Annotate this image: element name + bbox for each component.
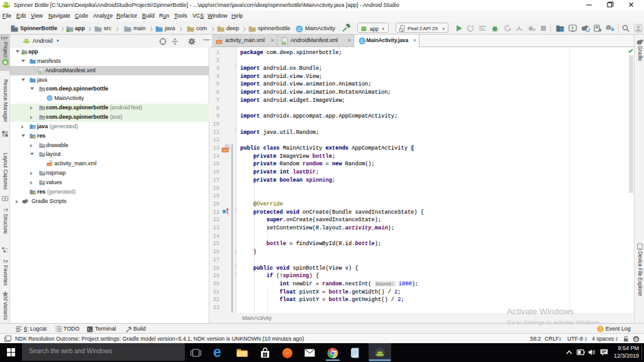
svg-text:2: 2 (599, 327, 602, 331)
